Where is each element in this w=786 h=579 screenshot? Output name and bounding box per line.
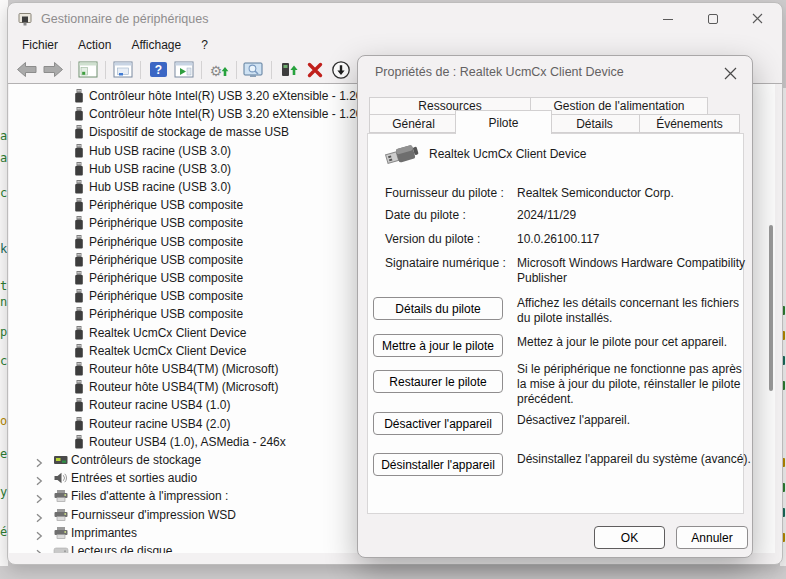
driver-action-button-0[interactable]: Détails du pilote <box>373 297 503 320</box>
svg-text:?: ? <box>154 63 161 77</box>
back-icon[interactable] <box>14 58 40 82</box>
tree-item-label: Imprimantes <box>71 524 137 542</box>
tree-item-label: Hub USB racine (USB 3.0) <box>89 160 231 178</box>
driver-action-description: Si le périphérique ne fonctionne pas apr… <box>517 362 753 407</box>
tree-item-label: Hub USB racine (USB 3.0) <box>89 178 231 196</box>
field-label: Version du pilote : <box>385 232 515 246</box>
action-pane-icon[interactable] <box>171 58 197 82</box>
driver-action-button-4[interactable]: Désinstaller l'appareil <box>373 453 503 476</box>
tree-item-label: Périphérique USB composite <box>89 305 243 323</box>
field-label: Fournisseur du pilote : <box>385 186 515 200</box>
maximize-icon[interactable] <box>690 3 735 34</box>
tree-item-label: Contrôleur hôte Intel(R) USB 3.20 eXtens… <box>89 105 370 123</box>
titlebar[interactable]: Gestionnaire de périphériques <box>8 3 782 34</box>
dialog-title: Propriétés de : Realtek UcmCx Client Dev… <box>375 65 624 79</box>
window-title: Gestionnaire de périphériques <box>41 12 208 26</box>
toolbar-separator <box>140 61 141 79</box>
tree-item-label: Routeur racine USB4 (2.0) <box>89 415 230 433</box>
toolbar-separator <box>70 61 71 79</box>
field-label: Signataire numérique : <box>385 256 515 270</box>
tree-item-label: Périphérique USB composite <box>89 251 243 269</box>
tree-item-label: Entrées et sorties audio <box>71 469 197 487</box>
tab--v-nements[interactable]: Événements <box>639 114 740 133</box>
disable-device-icon[interactable] <box>328 58 354 82</box>
dialog-close-icon[interactable] <box>721 64 739 82</box>
driver-action-button-2[interactable]: Restaurer le pilote <box>373 370 503 393</box>
tree-item-label: Lecteurs de disque <box>71 542 172 553</box>
minimize-icon[interactable] <box>645 3 690 34</box>
driver-action-description: Désinstallez l'appareil du système (avan… <box>517 452 753 467</box>
tab-pilote[interactable]: Pilote <box>455 110 552 134</box>
menu-item-fichier[interactable]: Fichier <box>12 36 68 54</box>
tree-item-label: Realtek UcmCx Client Device <box>89 324 246 342</box>
menu-item-aide[interactable]: ? <box>191 36 218 54</box>
scan-hardware-changes-icon[interactable] <box>241 58 267 82</box>
window-controls <box>645 3 780 34</box>
svg-text:⚙: ⚙ <box>210 62 223 78</box>
expander-chevron-icon[interactable] <box>34 546 44 553</box>
tree-item-label: Contrôleur hôte Intel(R) USB 3.20 eXtens… <box>89 87 370 105</box>
cancel-button[interactable]: Annuler <box>676 526 748 549</box>
tree-item-label: Hub USB racine (USB 3.0) <box>89 142 231 160</box>
tree-item-label: Fournisseur d'impression WSD <box>71 506 236 524</box>
device-name: Realtek UcmCx Client Device <box>429 147 586 161</box>
console-tree-panel-icon[interactable] <box>75 58 101 82</box>
device-manager-app-icon <box>17 11 33 27</box>
tree-item-label: Routeur hôte USB4(TM) (Microsoft) <box>89 378 278 396</box>
driver-action-description: Désactivez l'appareil. <box>517 413 753 428</box>
disk-icon <box>53 544 69 553</box>
field-value: Microsoft Windows Hardware Compatibility… <box>517 256 749 286</box>
help-icon[interactable]: ? <box>145 58 171 82</box>
tree-item-label: Realtek UcmCx Client Device <box>89 342 246 360</box>
driver-action-button-1[interactable]: Mettre à jour le pilote <box>373 334 503 357</box>
tree-item-label: Routeur hôte USB4(TM) (Microsoft) <box>89 360 278 378</box>
field-value: 10.0.26100.117 <box>517 232 749 247</box>
driver-action-button-3[interactable]: Désactiver l'appareil <box>373 412 503 435</box>
driver-action-description: Mettez à jour le pilote pour cet apparei… <box>517 335 753 350</box>
tree-item-label: Routeur USB4 (1.0), ASMedia - 246x <box>89 433 286 451</box>
tab-gestion-de-l-alimentation[interactable]: Gestion de l'alimentation <box>530 97 708 115</box>
tree-scrollbar-thumb[interactable] <box>769 225 773 391</box>
tree-item-label: Périphérique USB composite <box>89 269 243 287</box>
toolbar-separator <box>105 61 106 79</box>
uninstall-device-icon[interactable] <box>302 58 328 82</box>
tree-item-label: Files d'attente à l'impression : <box>71 487 228 505</box>
tree-item-label: Dispositif de stockage de masse USB <box>89 123 289 141</box>
menubar: FichierActionAffichage? <box>8 34 782 56</box>
tree-item-label: Contrôleurs de stockage <box>71 451 201 469</box>
toolbar-separator <box>271 61 272 79</box>
tree-item-label: Périphérique USB composite <box>89 287 243 305</box>
field-value: Realtek Semiconductor Corp. <box>517 186 749 201</box>
field-value: 2024/11/29 <box>517 208 749 223</box>
usb-device-icon <box>384 140 422 172</box>
close-icon[interactable] <box>735 3 780 34</box>
update-driver-gear-icon[interactable]: ⚙ <box>206 58 232 82</box>
toolbar-separator <box>236 61 237 79</box>
properties-dialog: Propriétés de : Realtek UcmCx Client Dev… <box>357 55 753 558</box>
tree-item-label: Périphérique USB composite <box>89 214 243 232</box>
update-driver-device-icon[interactable] <box>276 58 302 82</box>
tree-item-label: Périphérique USB composite <box>89 233 243 251</box>
tab-g-n-ral[interactable]: Général <box>369 114 458 133</box>
tree-item-label: Périphérique USB composite <box>89 196 243 214</box>
tree-item-label: Routeur racine USB4 (1.0) <box>89 396 230 414</box>
menu-item-affichage[interactable]: Affichage <box>121 36 191 54</box>
ok-button[interactable]: OK <box>594 526 665 549</box>
properties-window-icon[interactable] <box>110 58 136 82</box>
field-label: Date du pilote : <box>385 208 515 222</box>
toolbar-separator <box>201 61 202 79</box>
driver-action-description: Affichez les détails concernant les fich… <box>517 296 753 326</box>
forward-icon[interactable] <box>40 58 66 82</box>
menu-item-action[interactable]: Action <box>68 36 121 54</box>
tab-d-tails[interactable]: Détails <box>549 114 640 133</box>
